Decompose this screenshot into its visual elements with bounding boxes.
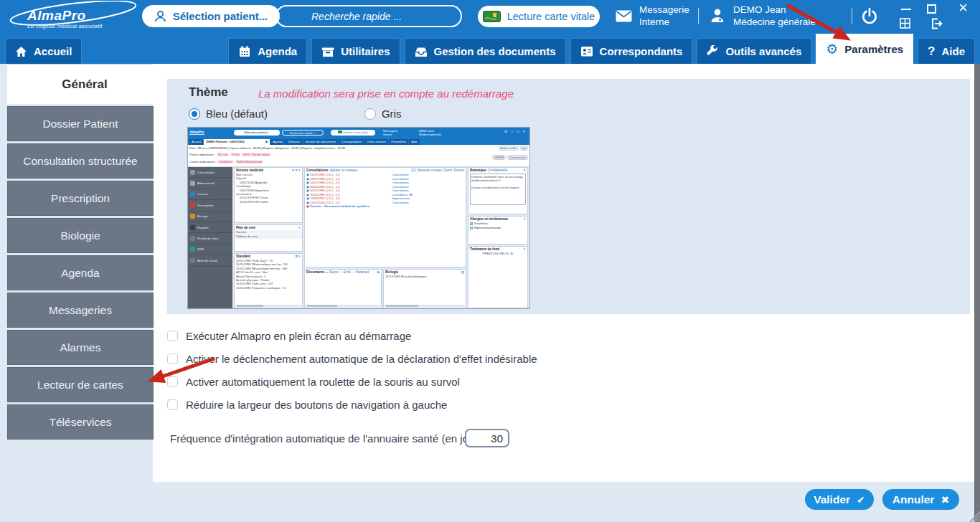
checkbox[interactable] xyxy=(167,331,178,341)
tab-label: Agenda xyxy=(258,45,297,57)
sidebar-item[interactable]: Téléservices xyxy=(7,404,154,440)
sidebar-item[interactable]: Alarmes xyxy=(7,330,154,365)
preview-standard-line: 10/11/1986 Fréquence cardiaque : 72 xyxy=(235,286,302,290)
tab-outils-avances[interactable]: Outils avancés xyxy=(697,38,811,64)
preview-contra-badges: DiclofénacHydrochlorothiazide xyxy=(217,160,265,163)
sidebar-item[interactable]: Dossier Patient xyxy=(7,106,154,141)
preview-points-badges: 167 cm75 KgDFG : Pas de Valeur xyxy=(217,153,273,156)
preview-sidebar-item: Biologie xyxy=(188,212,232,222)
option-row[interactable]: Activer automatiquement la roulette de l… xyxy=(167,376,537,387)
tab-correspondants[interactable]: Correspondants xyxy=(570,38,693,64)
tab-label: Utilitaires xyxy=(341,45,390,57)
preview-tab: Gestion des documents xyxy=(303,139,338,145)
tab-utilitaires[interactable]: Utilitaires xyxy=(311,38,400,64)
preview-badge: Diclofénac xyxy=(217,160,234,163)
option-row[interactable]: Exécuter Almapro en plein écran au démar… xyxy=(167,331,537,341)
sidebar-item-general[interactable]: Général xyxy=(7,65,162,104)
theme-section: Thème La modification sera prise en comp… xyxy=(167,79,970,314)
preview-badge: DFG : Pas de Valeur xyxy=(242,153,271,156)
general-options: Exécuter Almapro en plein écran au démar… xyxy=(167,331,537,422)
option-row[interactable]: Réduire la largeur des boutons de naviga… xyxy=(167,399,537,410)
tab-aide[interactable]: ? Aide xyxy=(918,38,975,64)
preview-topbar: AlmaPro Sélection patient... Recherche r… xyxy=(188,128,529,138)
preview-sidebar-item: Administratif xyxy=(188,178,232,189)
checkbox-label: Activer automatiquement la roulette de l… xyxy=(186,376,460,388)
current-user-button[interactable]: DEMO JeanMédecine générale xyxy=(709,4,816,28)
question-mark-icon: ? xyxy=(928,44,935,59)
grid-layout-button[interactable] xyxy=(900,18,910,32)
cancel-button[interactable]: Annuler ✖ xyxy=(882,489,959,510)
minimize-button[interactable] xyxy=(901,9,911,10)
preview-tab: Accueil xyxy=(189,139,203,145)
close-button[interactable]: × xyxy=(958,0,968,17)
validate-button[interactable]: Valider ✔ xyxy=(805,489,874,510)
tab-label: Aide xyxy=(941,45,965,57)
tab-accueil[interactable]: Accueil xyxy=(5,38,82,64)
preview-allergy-item: Hydrochlorothiazide xyxy=(468,226,527,230)
preview-sidebar-item: Feuille de soins xyxy=(188,233,232,244)
checkbox[interactable] xyxy=(167,353,178,364)
doctor-icon xyxy=(709,7,726,24)
sidebar-item[interactable]: Consultation structurée xyxy=(7,143,154,179)
quick-search-placeholder: Recherche rapide ... xyxy=(311,11,402,22)
preview-chip: Dossiers liés xyxy=(507,155,528,160)
app-logo: AlmaPro LE Logiciel médical associatif xyxy=(6,1,136,32)
preview-sidebar: ConsultationAdministratifCourrierPrescri… xyxy=(188,167,232,308)
checkbox-label: Exécuter Almapro en plein écran au démar… xyxy=(186,330,411,342)
preview-panel-biologie: Biologie▤ 31/07/1985 Résultat biologique xyxy=(383,269,466,308)
preview-tab: Outils avancés xyxy=(364,139,388,145)
preview-patient-pill: Sélection patient... xyxy=(234,130,280,136)
preview-panel-documents: Documents●Reçus○Emis○Paramed⊕ xyxy=(304,269,382,308)
preview-scrollbar xyxy=(385,305,465,307)
vitale-card-icon xyxy=(483,11,501,22)
checkbox[interactable] xyxy=(167,376,178,387)
preview-window-controls: ⏼ – □ × xyxy=(504,129,527,134)
preview-tab: Agenda xyxy=(270,139,285,145)
preview-panel-consultations: ConsultationsAjouter un masque2/2Nouveau… xyxy=(304,167,466,267)
cancel-label: Annuler xyxy=(892,493,935,506)
preview-remarque-text: Patiente charmante mais un peu volage (m… xyxy=(470,174,526,205)
toolbox-icon xyxy=(321,46,334,57)
inbox-icon xyxy=(415,46,428,57)
preview-card-pill: Lecture carte vitale xyxy=(331,130,375,136)
internal-messaging-button[interactable]: MessagerieInterne xyxy=(616,4,689,28)
preview-search-pill: Recherche rapide ... xyxy=(282,130,324,136)
sidebar-item[interactable]: Biologie xyxy=(7,218,154,253)
preview-panel-remarque: RemarqueConfidentielle✎ Patiente charman… xyxy=(468,167,528,214)
sidebar-item[interactable]: Messageries xyxy=(7,293,154,328)
option-row[interactable]: Activer le déclenchement automatique de … xyxy=(167,353,537,364)
tab-label: Correspondants xyxy=(600,45,683,57)
power-button[interactable] xyxy=(861,7,878,29)
sidebar-list: Dossier PatientConsultation structuréePr… xyxy=(7,106,154,442)
preview-bio-line: 31/07/1985 Résultat biologique xyxy=(384,275,466,278)
tab-parametres[interactable]: ⚙ Paramètres xyxy=(816,34,913,64)
logout-button[interactable] xyxy=(930,17,943,33)
preview-scrollbar xyxy=(235,305,301,307)
select-patient-button[interactable]: Sélection patient... xyxy=(142,5,280,27)
preview-badge: 167 cm xyxy=(217,153,229,156)
checkbox[interactable] xyxy=(167,399,178,410)
radio-theme-gray-label: Gris xyxy=(382,108,402,120)
sidebar-item[interactable]: Lecteur de cartes xyxy=(7,367,154,402)
preview-tab-patient: DEMO Patiente : 14/07/1952✖ xyxy=(204,139,270,145)
logout-icon xyxy=(930,17,943,30)
preview-body: ConsultationAdministratifCourrierPrescri… xyxy=(188,167,529,308)
preview-tabrow: Accueil DEMO Patiente : 14/07/1952✖ Agen… xyxy=(188,138,529,145)
maximize-button[interactable] xyxy=(927,4,936,14)
tab-label: Outils avancés xyxy=(725,45,801,57)
radio-theme-gray[interactable] xyxy=(364,108,376,120)
preview-badge: 75 Kg xyxy=(230,153,240,156)
envelope-icon xyxy=(616,10,632,22)
preview-sidebar-item: Consultation xyxy=(188,167,232,178)
frequency-input[interactable] xyxy=(465,429,509,447)
sidebar-item[interactable]: Prescription xyxy=(7,181,154,216)
radio-theme-blue[interactable] xyxy=(189,108,200,120)
preview-tab: Paramètres xyxy=(389,139,408,145)
quick-search-input[interactable]: Recherche rapide ... xyxy=(275,5,462,27)
read-vitale-card-button[interactable]: Lecture carte vitale xyxy=(478,6,600,27)
preview-logo: AlmaPro xyxy=(189,130,204,135)
sidebar-item[interactable]: Agenda xyxy=(7,255,154,290)
preview-plan-line: Vaccins xyxy=(235,230,302,234)
tab-agenda[interactable]: Agenda xyxy=(228,38,307,64)
tab-gestion-documents[interactable]: Gestion des documents xyxy=(405,38,566,64)
